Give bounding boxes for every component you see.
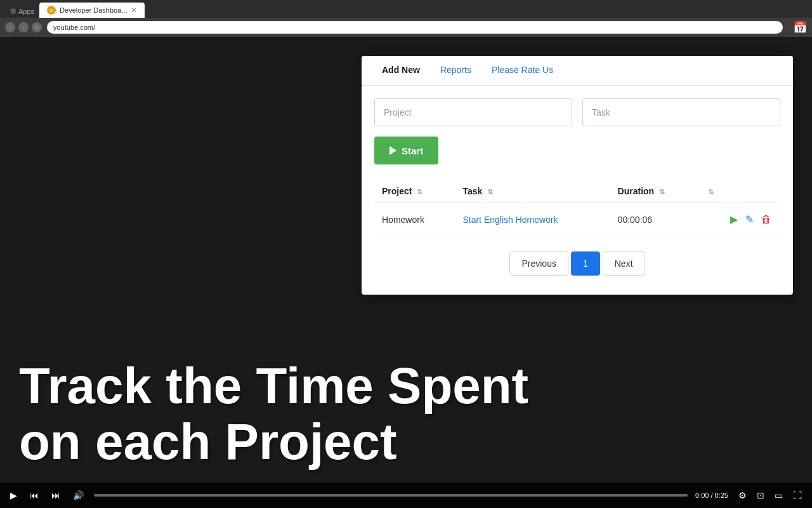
mute-button[interactable]: 🔊 <box>70 488 86 503</box>
sort-task-icon[interactable]: ⇅ <box>487 188 493 196</box>
time-entries-table: Project ⇅ Task ⇅ Duration ⇅ ⇅ <box>374 180 780 236</box>
browser-bar: ‹ › ↻ youtube.com/ 📅 <box>0 18 812 37</box>
table-row: Homework Start English Homework 00:00:06… <box>374 203 780 236</box>
sort-project-icon[interactable]: ⇅ <box>417 188 422 196</box>
project-cell: Homework <box>374 203 455 236</box>
play-button[interactable]: ▶ <box>8 488 20 503</box>
actions-cell: ▶ ✎ 🗑 <box>698 203 780 236</box>
tab-reports[interactable]: Reports <box>430 56 481 85</box>
sort-duration-icon[interactable]: ⇅ <box>659 188 665 196</box>
action-icons: ▶ ✎ 🗑 <box>705 212 773 227</box>
project-input[interactable] <box>374 98 572 126</box>
progress-bar[interactable] <box>94 494 688 497</box>
previous-button[interactable]: Previous <box>509 251 568 276</box>
col-duration-header: Duration ⇅ <box>610 180 698 203</box>
input-row <box>374 98 780 126</box>
miniplayer-button[interactable]: ⊡ <box>754 488 767 503</box>
page-1-button[interactable]: 1 <box>571 251 600 276</box>
task-link[interactable]: Start English Homework <box>462 215 558 225</box>
theater-button[interactable]: ▭ <box>772 488 785 503</box>
back-button[interactable]: ‹ <box>5 22 15 32</box>
time-tracker-popup: Add New Reports Please Rate Us Start <box>362 56 793 295</box>
address-bar[interactable]: youtube.com/ <box>47 21 783 34</box>
skip-forward-button[interactable]: ⏭ <box>49 488 63 503</box>
apps-link[interactable]: ⊞ Apps <box>5 4 39 18</box>
col-task-header: Task ⇅ <box>455 180 610 203</box>
tab-favicon: D <box>47 6 56 15</box>
browser-nav: ‹ › ↻ <box>5 22 42 32</box>
active-tab[interactable]: D Developer Dashboa... ✕ <box>39 3 145 18</box>
settings-button[interactable]: ⚙ <box>736 488 749 503</box>
extension-icon[interactable]: 📅 <box>793 20 807 34</box>
tab-add-new[interactable]: Add New <box>372 56 430 85</box>
video-overlay-text: Track the Time Spent on each Project <box>19 358 528 470</box>
task-input[interactable] <box>582 98 780 126</box>
start-button[interactable]: Start <box>374 137 438 164</box>
tab-rate-us[interactable]: Please Rate Us <box>481 56 563 85</box>
pagination: Previous 1 Next <box>374 251 780 276</box>
row-play-button[interactable]: ▶ <box>729 212 739 227</box>
popup-tabs: Add New Reports Please Rate Us <box>362 56 793 86</box>
row-edit-button[interactable]: ✎ <box>744 212 755 227</box>
apps-icon: ⊞ <box>10 7 16 15</box>
next-button[interactable]: Next <box>603 251 645 276</box>
col-actions-header: ⇅ <box>698 180 780 203</box>
task-cell: Start English Homework <box>455 203 610 236</box>
start-play-icon <box>390 146 396 155</box>
skip-back-button[interactable]: ⏮ <box>27 488 41 503</box>
video-settings: ⚙ ⊡ ▭ ⛶ <box>736 488 804 503</box>
tab-close-icon[interactable]: ✕ <box>131 6 137 15</box>
refresh-button[interactable]: ↻ <box>32 22 42 32</box>
video-area: Track the Time Spent on each Project ▶ ⏮… <box>0 37 812 508</box>
row-delete-button[interactable]: 🗑 <box>760 213 773 227</box>
popup-body: Start Project ⇅ Task ⇅ <box>362 86 793 295</box>
time-display: 0:00 / 0:25 <box>695 491 728 499</box>
browser-tabs: ⊞ Apps D Developer Dashboa... ✕ <box>0 0 812 18</box>
video-controls-bar: ▶ ⏮ ⏭ 🔊 0:00 / 0:25 ⚙ ⊡ ▭ ⛶ <box>0 483 812 508</box>
duration-cell: 00:00:06 <box>610 203 698 236</box>
fullscreen-button[interactable]: ⛶ <box>790 488 804 503</box>
forward-button[interactable]: › <box>18 22 29 32</box>
sort-actions-icon[interactable]: ⇅ <box>708 188 714 196</box>
col-project-header: Project ⇅ <box>374 180 455 203</box>
